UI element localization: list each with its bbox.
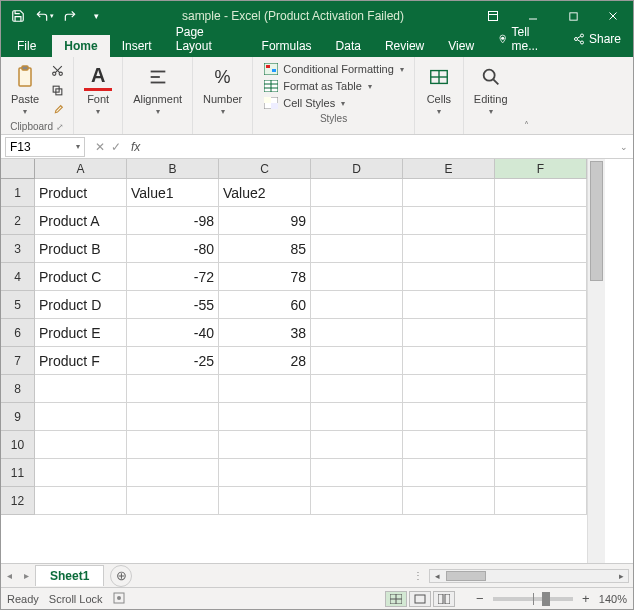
collapse-ribbon-button[interactable]: ˄ [518, 57, 536, 134]
cell-A10[interactable] [35, 431, 127, 459]
cell-C9[interactable] [219, 403, 311, 431]
cell-A8[interactable] [35, 375, 127, 403]
cell-B12[interactable] [127, 487, 219, 515]
cell-A5[interactable]: Product D [35, 291, 127, 319]
cell-A3[interactable]: Product B [35, 235, 127, 263]
cell-F12[interactable] [495, 487, 587, 515]
sheet-tab-active[interactable]: Sheet1 [35, 565, 104, 586]
horizontal-scrollbar[interactable]: ◂ ▸ [429, 569, 629, 583]
cell-C2[interactable]: 99 [219, 207, 311, 235]
cell-A9[interactable] [35, 403, 127, 431]
row-header-2[interactable]: 2 [1, 207, 35, 235]
tab-formulas[interactable]: Formulas [250, 35, 324, 57]
cell-F6[interactable] [495, 319, 587, 347]
dialog-launcher-icon[interactable]: ⤢ [56, 122, 64, 132]
cell-F7[interactable] [495, 347, 587, 375]
cell-F1[interactable] [495, 179, 587, 207]
cell-F4[interactable] [495, 263, 587, 291]
cell-D6[interactable] [311, 319, 403, 347]
cell-B2[interactable]: -98 [127, 207, 219, 235]
cell-C8[interactable] [219, 375, 311, 403]
col-header-F[interactable]: F [495, 159, 587, 179]
row-header-11[interactable]: 11 [1, 459, 35, 487]
cell-F9[interactable] [495, 403, 587, 431]
cell-C12[interactable] [219, 487, 311, 515]
cell-E12[interactable] [403, 487, 495, 515]
cell-B4[interactable]: -72 [127, 263, 219, 291]
format-as-table-button[interactable]: Format as Table▾ [259, 78, 408, 94]
scroll-right-button[interactable]: ▸ [614, 571, 628, 581]
col-header-E[interactable]: E [403, 159, 495, 179]
cell-A6[interactable]: Product E [35, 319, 127, 347]
cell-F2[interactable] [495, 207, 587, 235]
spreadsheet-grid[interactable]: ABCDEF1ProductValue1Value22Product A-989… [1, 159, 587, 563]
cell-D2[interactable] [311, 207, 403, 235]
cell-E2[interactable] [403, 207, 495, 235]
cell-A7[interactable]: Product F [35, 347, 127, 375]
cell-A12[interactable] [35, 487, 127, 515]
cell-E9[interactable] [403, 403, 495, 431]
qat-customize-icon[interactable]: ▾ [85, 5, 107, 27]
row-header-8[interactable]: 8 [1, 375, 35, 403]
font-button[interactable]: A Font ▾ [80, 61, 116, 118]
tab-file[interactable]: File [5, 35, 48, 57]
cell-E7[interactable] [403, 347, 495, 375]
cell-E5[interactable] [403, 291, 495, 319]
select-all-corner[interactable] [1, 159, 35, 179]
cell-A1[interactable]: Product [35, 179, 127, 207]
enter-formula-icon[interactable]: ✓ [111, 140, 121, 154]
page-layout-view-button[interactable] [409, 591, 431, 607]
cell-F8[interactable] [495, 375, 587, 403]
row-header-6[interactable]: 6 [1, 319, 35, 347]
cell-B1[interactable]: Value1 [127, 179, 219, 207]
row-header-1[interactable]: 1 [1, 179, 35, 207]
cells-button[interactable]: Cells ▾ [421, 61, 457, 118]
redo-icon[interactable] [59, 5, 81, 27]
col-header-A[interactable]: A [35, 159, 127, 179]
cell-C3[interactable]: 85 [219, 235, 311, 263]
cell-D11[interactable] [311, 459, 403, 487]
tab-insert[interactable]: Insert [110, 35, 164, 57]
cell-A4[interactable]: Product C [35, 263, 127, 291]
share-button[interactable]: Share [561, 21, 633, 57]
zoom-level[interactable]: 140% [599, 593, 627, 605]
cell-E1[interactable] [403, 179, 495, 207]
cancel-formula-icon[interactable]: ✕ [95, 140, 105, 154]
cell-E6[interactable] [403, 319, 495, 347]
zoom-slider-handle[interactable] [542, 592, 550, 606]
cell-F10[interactable] [495, 431, 587, 459]
cell-D7[interactable] [311, 347, 403, 375]
tab-view[interactable]: View [436, 35, 486, 57]
paste-button[interactable]: Paste ▾ [7, 61, 43, 118]
conditional-formatting-button[interactable]: Conditional Formatting▾ [259, 61, 408, 77]
row-header-7[interactable]: 7 [1, 347, 35, 375]
cell-F11[interactable] [495, 459, 587, 487]
col-header-B[interactable]: B [127, 159, 219, 179]
sheet-nav-next[interactable]: ▸ [18, 570, 35, 581]
cell-B9[interactable] [127, 403, 219, 431]
format-painter-button[interactable] [47, 101, 67, 119]
cell-B8[interactable] [127, 375, 219, 403]
cell-C11[interactable] [219, 459, 311, 487]
cell-C5[interactable]: 60 [219, 291, 311, 319]
number-button[interactable]: % Number ▾ [199, 61, 246, 118]
cell-B11[interactable] [127, 459, 219, 487]
cell-E4[interactable] [403, 263, 495, 291]
cell-C10[interactable] [219, 431, 311, 459]
cell-E8[interactable] [403, 375, 495, 403]
cell-D5[interactable] [311, 291, 403, 319]
cut-button[interactable] [47, 61, 67, 79]
name-box[interactable]: F13 ▾ [5, 137, 85, 157]
normal-view-button[interactable] [385, 591, 407, 607]
cell-E10[interactable] [403, 431, 495, 459]
save-icon[interactable] [7, 5, 29, 27]
cell-C1[interactable]: Value2 [219, 179, 311, 207]
undo-icon[interactable]: ▾ [33, 5, 55, 27]
zoom-out-button[interactable]: − [473, 591, 487, 606]
cell-F5[interactable] [495, 291, 587, 319]
cell-F3[interactable] [495, 235, 587, 263]
cell-D1[interactable] [311, 179, 403, 207]
copy-button[interactable] [47, 81, 67, 99]
row-header-10[interactable]: 10 [1, 431, 35, 459]
cell-D3[interactable] [311, 235, 403, 263]
